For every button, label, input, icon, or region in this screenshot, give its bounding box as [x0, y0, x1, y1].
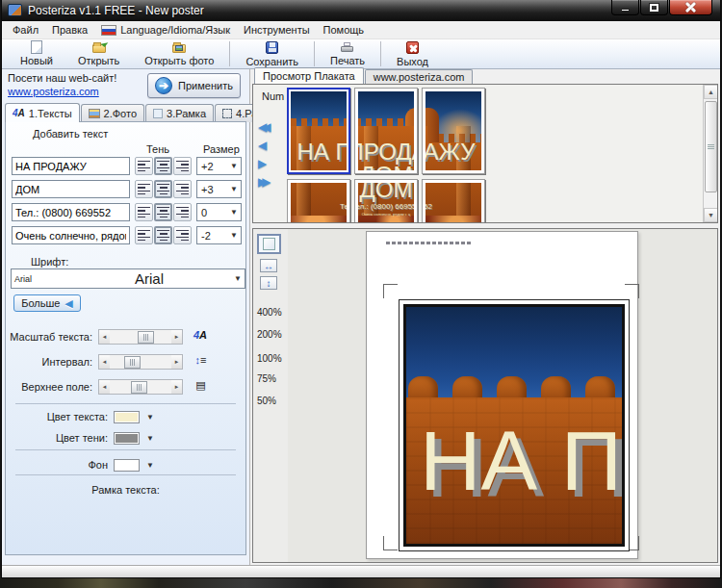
menu-file[interactable]: Файл — [6, 22, 45, 38]
close-button[interactable] — [669, 0, 712, 15]
tab-frame[interactable]: 3.Рамка — [145, 104, 214, 122]
prev-tile-icon[interactable]: ◀ — [258, 140, 271, 151]
maximize-button[interactable] — [640, 0, 668, 15]
text-frame-label: Рамка текста: — [6, 484, 245, 496]
tile-3[interactable]: НА ПРОДАЖУ ДОМ Тел.: (0800) 669552 Очень… — [422, 88, 485, 174]
top-margin-slider[interactable]: ◂ ▸ — [98, 379, 183, 395]
poster-photo: НА ПРОДАЖУ ДОМ Тел.: (0800) 669552 Очень… — [358, 183, 414, 223]
scrollbar-thumb[interactable] — [705, 101, 717, 192]
next-tile-icon[interactable]: ▶ — [258, 158, 271, 169]
divider — [15, 403, 236, 404]
title-bar[interactable]: Posteriza v1.1 FREE - New poster — [2, 0, 720, 21]
slider-thumb[interactable] — [138, 331, 154, 344]
menu-help[interactable]: Помощь — [317, 22, 372, 38]
poster-text-line2: ДОМ — [358, 183, 414, 201]
align-center-button[interactable] — [154, 180, 172, 198]
tile-4[interactable]: НА ПРОДАЖУ ДОМ Тел.: (0800) 669552 Очень… — [287, 179, 350, 223]
new-button[interactable]: Новый — [8, 39, 65, 68]
zoom-400[interactable]: 400% — [257, 307, 284, 318]
zoom-75[interactable]: 75% — [257, 373, 284, 384]
chevron-down-icon[interactable]: ▼ — [146, 434, 154, 443]
scroll-up-icon[interactable]: ▲ — [704, 85, 718, 99]
tab-poster-preview[interactable]: Просмотр Плаката — [254, 67, 364, 84]
align-right-button[interactable] — [173, 180, 192, 198]
photo-tab-icon — [89, 109, 100, 118]
align-center-button[interactable] — [154, 203, 172, 221]
slider-left-arrow-icon[interactable]: ◂ — [99, 380, 110, 394]
chevron-down-icon[interactable]: ▼ — [146, 461, 154, 470]
background-color-swatch[interactable] — [114, 459, 140, 472]
print-button[interactable]: Печать — [318, 39, 377, 68]
apply-button[interactable]: ➔ Применить — [147, 73, 241, 98]
align-right-button[interactable] — [173, 226, 192, 244]
zoom-50[interactable]: 50% — [257, 396, 284, 406]
scroll-down-icon[interactable]: ▼ — [704, 208, 718, 222]
text-input-3[interactable] — [12, 203, 130, 221]
align-center-button[interactable] — [154, 157, 172, 175]
fit-height-button[interactable]: ↕ — [260, 276, 277, 290]
font-select[interactable]: Arial Arial ▼ — [11, 268, 245, 289]
align-center-button[interactable] — [154, 226, 172, 244]
menu-edit[interactable]: Правка — [45, 22, 94, 38]
tile-5[interactable]: НА ПРОДАЖУ ДОМ Тел.: (0800) 669552 Очень… — [354, 179, 418, 223]
text-scale-icon: 4A — [191, 329, 210, 341]
more-button[interactable]: Больше ◀ — [13, 294, 81, 312]
text-color-swatch[interactable] — [114, 411, 140, 423]
align-left-button[interactable] — [135, 203, 153, 221]
align-right-button[interactable] — [173, 203, 192, 221]
interval-slider[interactable]: ◂ ▸ — [98, 354, 183, 370]
poster-page[interactable]: НА ПРОДАЖУ — [366, 231, 638, 559]
minimize-button[interactable] — [611, 0, 639, 15]
add-text-label: Добавить текст — [33, 128, 108, 140]
first-tile-icon[interactable]: ◀◀ — [258, 121, 271, 133]
size-select-2[interactable]: +3▼ — [196, 180, 242, 198]
save-button[interactable]: Сохранить — [233, 39, 311, 68]
crop-mark — [383, 284, 398, 298]
tile-2[interactable]: НА ПРОДАЖУ ДОМ Тел.: (0800) 669552 Очень… — [354, 88, 418, 174]
toolbar-separator — [380, 41, 381, 66]
text-input-2[interactable] — [12, 180, 130, 198]
zoom-200[interactable]: 200% — [257, 329, 284, 340]
tab-photo[interactable]: 2.Фото — [81, 104, 144, 122]
tab-posteriza-site[interactable]: www.posteriza.com — [365, 69, 474, 84]
slider-right-arrow-icon[interactable]: ▸ — [171, 330, 182, 344]
align-left-button[interactable] — [135, 226, 153, 244]
slider-right-arrow-icon[interactable]: ▸ — [171, 380, 182, 394]
poster-photo: НА ПРОДАЖУ ДОМ Тел.: (0800) 669552 Очень… — [425, 183, 481, 223]
photo-ground — [425, 216, 481, 223]
size-select-3[interactable]: 0▼ — [196, 203, 242, 221]
zoom-100[interactable]: 100% — [257, 353, 284, 364]
left-panel-header: Посети наш web-сайт! www.posteriza.com ➔… — [2, 69, 249, 103]
slider-thumb[interactable] — [131, 381, 147, 394]
slider-left-arrow-icon[interactable]: ◂ — [99, 330, 110, 344]
slider-left-arrow-icon[interactable]: ◂ — [99, 355, 110, 369]
exit-button[interactable]: Выход — [384, 39, 441, 68]
text-input-1[interactable] — [12, 157, 130, 175]
chevron-down-icon: ▼ — [230, 231, 239, 240]
fit-width-button[interactable]: ↔ — [260, 259, 277, 272]
text-scale-slider[interactable]: ◂ ▸ — [98, 329, 183, 345]
menu-tools[interactable]: Инструменты — [237, 22, 317, 38]
tab-texts[interactable]: 4A 1.Тексты — [5, 103, 80, 122]
align-right-button[interactable] — [173, 157, 192, 175]
open-button[interactable]: Открыть — [65, 39, 132, 68]
align-left-button[interactable] — [135, 180, 153, 198]
tiles-scrollbar[interactable]: ▲ ▼ — [703, 85, 717, 222]
align-left-button[interactable] — [135, 157, 153, 175]
website-link[interactable]: www.posteriza.com — [8, 86, 99, 97]
menu-language[interactable]: Language/Idioma/Язык — [94, 22, 237, 38]
left-tabs: 4A 1.Тексты 2.Фото 3.Рамка 4.Размер — [5, 103, 246, 122]
tile-1-selected[interactable]: НА ПРОДАЖУ ДОМ Тел.: (0800) 669552 Очень… — [287, 88, 350, 174]
last-tile-icon[interactable]: ▶▶ — [258, 176, 271, 188]
slider-right-arrow-icon[interactable]: ▸ — [171, 355, 182, 369]
chevron-down-icon[interactable]: ▼ — [146, 413, 154, 422]
open-photo-button[interactable]: Открыть фото — [132, 39, 226, 68]
arrow-left-icon: ◀ — [64, 297, 72, 310]
slider-thumb[interactable] — [124, 356, 141, 369]
text-input-4[interactable] — [12, 226, 130, 244]
shadow-color-swatch[interactable] — [114, 432, 140, 445]
size-select-1[interactable]: +2▼ — [196, 157, 242, 175]
fit-page-button[interactable] — [257, 234, 281, 254]
size-select-4[interactable]: -2▼ — [196, 226, 242, 244]
tile-6[interactable]: НА ПРОДАЖУ ДОМ Тел.: (0800) 669552 Очень… — [422, 179, 485, 223]
